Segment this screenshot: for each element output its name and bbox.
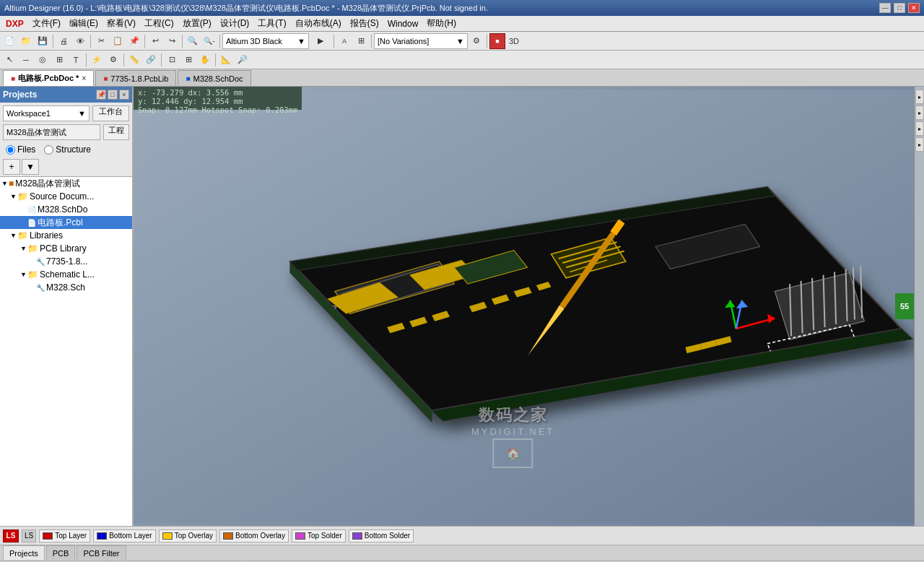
- tree-item-schdoc[interactable]: 📄 M328.SchDo: [0, 203, 132, 216]
- rules-button[interactable]: 📏: [126, 52, 142, 68]
- project-icon: ■: [9, 178, 14, 189]
- layer-btn[interactable]: ■: [489, 33, 505, 49]
- panel-float-button[interactable]: □: [108, 90, 118, 100]
- layer-top[interactable]: Top Layer: [39, 529, 90, 542]
- inspector-button[interactable]: 🔎: [235, 52, 250, 68]
- save-button[interactable]: 💾: [35, 33, 51, 49]
- route-button[interactable]: ⚡: [89, 52, 105, 68]
- variations-btn[interactable]: ⚙: [468, 33, 484, 49]
- panel-header-buttons: 📌 □ ×: [96, 90, 129, 100]
- new-button[interactable]: 📄: [1, 33, 17, 49]
- tree-item-schlib-folder[interactable]: ▼ 📁 Schematic L...: [0, 268, 132, 281]
- tb2-sep4: [215, 53, 216, 66]
- panel-close-button[interactable]: ×: [119, 90, 129, 100]
- zoom-in-button[interactable]: 🔍: [185, 33, 201, 49]
- print-button[interactable]: 🖨: [56, 33, 71, 49]
- menu-item-window[interactable]: Window: [383, 17, 423, 30]
- tab-pcbdoc-close[interactable]: ×: [82, 74, 86, 82]
- minimize-button[interactable]: —: [879, 3, 891, 13]
- right-btn-1[interactable]: ▸: [915, 90, 924, 104]
- maximize-button[interactable]: □: [894, 3, 905, 13]
- zoom-fit[interactable]: ⊡: [164, 52, 180, 68]
- view-style-dropdown[interactable]: Altium 3D Black ▼: [222, 33, 309, 49]
- menu-item-help[interactable]: 帮助(H): [422, 16, 461, 31]
- zoom-out-button[interactable]: 🔍-: [201, 33, 217, 49]
- right-btn-2[interactable]: ▸: [915, 105, 924, 120]
- tree-label-pcblib-folder: PCB Library: [40, 243, 87, 254]
- panel-pin-button[interactable]: 📌: [96, 90, 106, 100]
- close-button[interactable]: ✕: [908, 3, 920, 13]
- wire-button[interactable]: ─: [18, 52, 34, 68]
- menu-item-place[interactable]: 放置(P): [178, 16, 216, 31]
- tree-item-libraries[interactable]: ▼ 📁 Libraries: [0, 229, 132, 242]
- cut-button[interactable]: ✂: [93, 33, 109, 49]
- pcb-viewport[interactable]: IR: [134, 87, 924, 526]
- view-apply-button[interactable]: ▶: [310, 33, 331, 49]
- right-btn-3[interactable]: ▸: [915, 121, 924, 136]
- print-preview-button[interactable]: 👁: [72, 33, 88, 49]
- layer-top-solder[interactable]: Top Solder: [292, 529, 346, 542]
- file-tree[interactable]: ▼ ■ M328晶体管测试 ▼ 📁 Source Docum... 📄 M328…: [0, 176, 132, 526]
- menu-item-report[interactable]: 报告(S): [346, 16, 383, 31]
- separator5: [219, 35, 220, 48]
- btn-b[interactable]: ⊞: [353, 33, 369, 49]
- redo-button[interactable]: ↪: [164, 33, 180, 49]
- radio-row: Files Structure: [0, 142, 132, 157]
- btn-a[interactable]: A: [336, 33, 352, 49]
- project-button[interactable]: 工程: [103, 124, 129, 140]
- tree-item-m328sch[interactable]: 🔧 M328.Sch: [0, 281, 132, 294]
- menu-item-view[interactable]: 察看(V): [103, 16, 140, 31]
- tab-schdoc[interactable]: ■ M328.SchDoc: [178, 70, 250, 86]
- separator6: [334, 35, 334, 48]
- menu-item-file[interactable]: 文件(F): [28, 16, 65, 31]
- open-button[interactable]: 📁: [18, 33, 34, 49]
- menu-item-dxp[interactable]: DXP: [1, 17, 28, 30]
- bottom-tab-pcb[interactable]: PCB: [46, 545, 76, 560]
- autoroute-button[interactable]: ⚙: [105, 52, 121, 68]
- netlist-button[interactable]: 🔗: [143, 52, 159, 68]
- component-button[interactable]: ⊞: [51, 52, 67, 68]
- tree-item-project[interactable]: ▼ ■ M328晶体管测试: [0, 177, 132, 190]
- radio-files[interactable]: Files: [6, 144, 35, 155]
- bottom-tab-pcb-filter[interactable]: PCB Filter: [77, 545, 126, 560]
- bottom-tab-projects[interactable]: Projects: [3, 545, 45, 560]
- radio-structure[interactable]: Structure: [44, 144, 91, 155]
- tree-item-pcblib-folder[interactable]: ▼ 📁 PCB Library: [0, 242, 132, 255]
- undo-button[interactable]: ↩: [147, 33, 163, 49]
- menu-item-project[interactable]: 工程(C): [140, 16, 178, 31]
- layer-bottom[interactable]: Bottom Layer: [93, 529, 155, 542]
- measure-button[interactable]: 📐: [218, 52, 234, 68]
- copy-button[interactable]: 📋: [110, 33, 126, 49]
- file-options-button[interactable]: ▼: [22, 159, 39, 175]
- right-btn-4[interactable]: ▸: [915, 137, 924, 152]
- menu-item-tools[interactable]: 工具(T): [253, 16, 290, 31]
- zoom-area[interactable]: ⊞: [180, 52, 196, 68]
- menu-item-design[interactable]: 设计(D): [216, 16, 254, 31]
- workspace-dropdown[interactable]: Workspace1 ▼: [3, 105, 90, 121]
- expand-icon-pcblib-folder: ▼: [20, 245, 27, 252]
- layer-red-button[interactable]: LS: [3, 529, 19, 542]
- workspace-button[interactable]: 工作台: [92, 105, 129, 121]
- layer-bottom-solder[interactable]: Bottom Solder: [349, 529, 414, 542]
- add-file-button[interactable]: +: [3, 159, 20, 175]
- select-button[interactable]: ↖: [1, 52, 17, 68]
- tree-item-7735[interactable]: 🔧 7735-1.8...: [0, 255, 132, 268]
- layer-bottom-overlay[interactable]: Bottom Overlay: [219, 529, 289, 542]
- layer-top-overlay[interactable]: Top Overlay: [159, 529, 217, 542]
- tree-label-7735: 7735-1.8...: [46, 256, 87, 267]
- variations-dropdown[interactable]: [No Variations] ▼: [374, 33, 468, 49]
- via-button[interactable]: ◎: [35, 52, 51, 68]
- pcb-area[interactable]: x: -73.279 dx: 3.556 mm y: 12.446 dy: 12…: [134, 87, 924, 526]
- paste-button[interactable]: 📌: [126, 33, 142, 49]
- tab-pcbdoc-icon: ■: [11, 74, 15, 82]
- tree-item-source[interactable]: ▼ 📁 Source Docum...: [0, 190, 132, 203]
- text-button[interactable]: T: [68, 52, 84, 68]
- tab-pcblib[interactable]: ■ 7735-1.8.PcbLib: [95, 70, 176, 86]
- pan-button[interactable]: ✋: [197, 52, 213, 68]
- toggle-3d[interactable]: 3D: [506, 33, 522, 49]
- tab-pcbdoc[interactable]: ■ 电路板.PcbDoc * ×: [3, 70, 94, 86]
- tb2-sep2: [123, 53, 124, 66]
- menu-item-autoroute[interactable]: 自动布线(A): [291, 16, 346, 31]
- menu-item-edit[interactable]: 编辑(E): [65, 16, 103, 31]
- tree-item-pcbdoc[interactable]: 📄 电路板.Pcbl: [0, 216, 132, 229]
